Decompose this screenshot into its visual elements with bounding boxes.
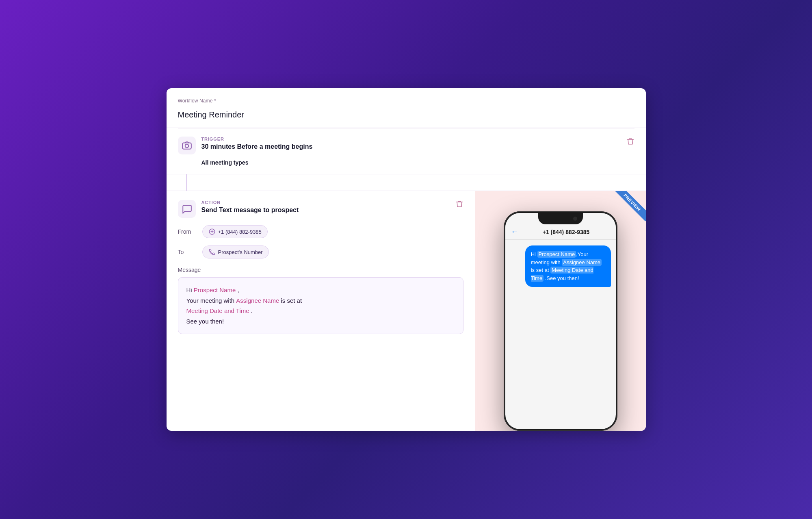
msg-datetime-var: Meeting Date and Time [186,307,249,314]
msg-hi: Hi [186,287,194,293]
trigger-subtitle: All meeting types [201,159,634,166]
trigger-icon [178,137,196,154]
from-number: +1 (844) 882-9385 [218,229,262,235]
camera-icon [182,140,192,151]
notch-dot [573,217,577,221]
trigger-section: TRIGGER 30 minutes Before a meeting begi… [167,128,646,174]
trigger-header: TRIGGER 30 minutes Before a meeting begi… [178,137,634,154]
message-line-4: See you then! [186,316,455,327]
action-form: ACTION Send Text message to prospect Fro… [167,191,475,431]
action-text: ACTION Send Text message to prospect [201,200,299,214]
bubble-end: .See you then! [543,275,579,281]
action-title: Send Text message to prospect [201,206,299,214]
bubble-hi: Hi [531,251,537,257]
workflow-name-label: Workflow Name * [178,98,634,104]
bubble-mid2: is set at [531,267,550,273]
plus-circle-icon [208,228,216,235]
phone-icon [208,248,216,256]
msg-line2-suffix: is set at [279,297,302,304]
phone-frame: ← +1 (844) 882-9385 Hi Prospect Name,You… [504,211,617,431]
message-line-1: Hi Prospect Name , [186,285,455,295]
from-label: From [178,228,197,235]
svg-point-1 [185,144,188,148]
to-chip[interactable]: Prospect's Number [202,245,269,258]
message-icon [182,204,192,214]
main-card: Workflow Name * TRIGGER 30 minutes Befor… [167,88,646,431]
phone-preview-panel: PREVIEW ← +1 (844) 882-9385 [475,191,646,431]
bubble-assignee: Assignee Name [562,259,602,266]
workflow-name-section: Workflow Name * [167,88,646,128]
preview-message-bubble: Hi Prospect Name,Your meeting with Assig… [525,245,611,287]
connector [178,174,634,191]
msg-assignee-var: Assignee Name [236,297,279,304]
msg-line3: . [249,307,253,314]
action-type-label: ACTION [201,200,299,205]
phone-notch [538,213,583,224]
trigger-text: TRIGGER 30 minutes Before a meeting begi… [201,137,313,150]
msg-prospect-var: Prospect Name [194,287,236,293]
phone-wrapper: ← +1 (844) 882-9385 Hi Prospect Name,You… [504,211,617,431]
back-arrow-icon: ← [511,228,518,236]
phone-screen: ← +1 (844) 882-9385 Hi Prospect Name,You… [505,213,616,429]
message-box: Hi Prospect Name , Your meeting with Ass… [178,277,463,334]
action-icon [178,200,196,218]
message-line-3: Meeting Date and Time . [186,306,455,316]
phone-contact-name: +1 (844) 882-9385 [522,229,610,235]
action-header: ACTION Send Text message to prospect [178,200,463,218]
trigger-title: 30 minutes Before a meeting begins [201,143,313,150]
bubble-prospect: Prospect Name [537,251,576,258]
msg-comma: , [236,287,239,293]
action-section: ACTION Send Text message to prospect Fro… [167,191,646,431]
trigger-delete-button[interactable] [626,137,634,148]
trigger-type-label: TRIGGER [201,137,313,141]
to-value: Prospect's Number [218,249,263,255]
preview-badge: PREVIEW [613,191,646,224]
message-label: Message [178,267,463,273]
msg-line2-prefix: Your meeting with [186,297,236,304]
connector-line [186,174,187,191]
phone-body: Hi Prospect Name,Your meeting with Assig… [505,240,616,429]
to-label: To [178,249,197,255]
to-row: To Prospect's Number [178,245,463,258]
message-line-2: Your meeting with Assignee Name is set a… [186,295,455,306]
action-delete-button[interactable] [455,200,463,210]
workflow-name-input[interactable] [178,107,634,128]
from-row: From +1 (844) 882-9385 [178,225,463,238]
preview-badge-text: PREVIEW [613,191,645,221]
from-chip[interactable]: +1 (844) 882-9385 [202,225,268,238]
phone-header: ← +1 (844) 882-9385 [505,224,616,240]
